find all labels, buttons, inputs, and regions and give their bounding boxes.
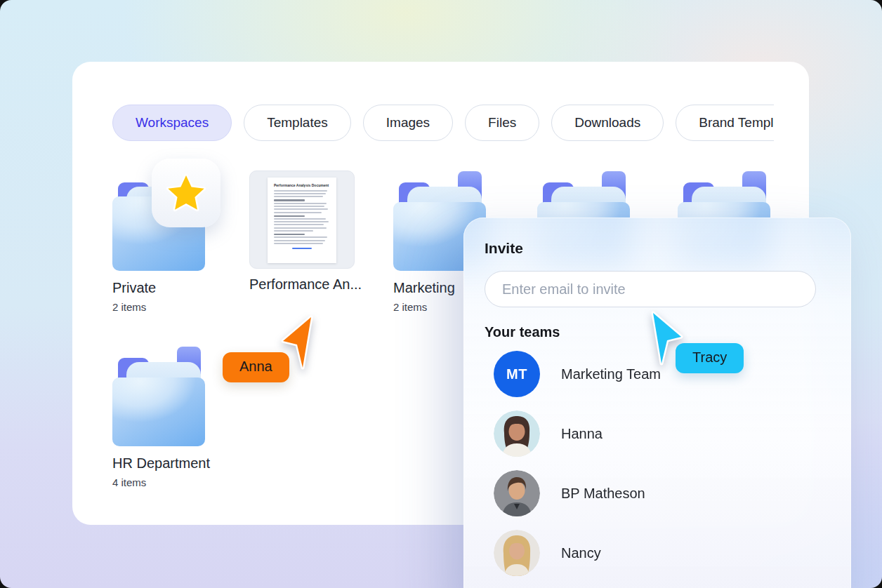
invite-email-input[interactable] xyxy=(485,271,816,307)
tab-templates[interactable]: Templates xyxy=(244,105,351,141)
team-row-bp-matheson[interactable]: BP Matheson xyxy=(494,470,837,516)
tab-brand-templates[interactable]: Brand Templates xyxy=(676,105,774,141)
avatar-photo xyxy=(494,410,540,457)
star-icon xyxy=(165,172,207,214)
tab-images[interactable]: Images xyxy=(363,105,453,141)
avatar-initials: MT xyxy=(506,366,527,382)
tab-downloads[interactable]: Downloads xyxy=(551,105,664,141)
avatar-photo xyxy=(494,470,540,516)
document-name: Performance An... xyxy=(249,276,355,293)
tracy-cursor-label: Tracy xyxy=(676,343,744,373)
tab-workspaces[interactable]: Workspaces xyxy=(112,105,232,141)
grid-item-private[interactable]: Private 2 items xyxy=(112,167,218,313)
document-preview-title: Performance Analysis Document xyxy=(274,183,330,187)
avatar-hanna xyxy=(494,410,540,457)
your-teams-heading: Your teams xyxy=(485,324,560,340)
category-tabs: Workspaces Templates Images Files Downlo… xyxy=(112,104,774,142)
team-row-hanna[interactable]: Hanna xyxy=(494,410,837,457)
document-page-preview: Performance Analysis Document xyxy=(268,178,336,263)
avatar-nancy xyxy=(494,530,540,576)
grid-item-performance-doc[interactable]: Performance Analysis Document Performanc… xyxy=(249,171,355,293)
grid-item-hr-department[interactable]: HR Department 4 items xyxy=(112,342,218,488)
folder-item-count: 2 items xyxy=(112,301,218,313)
team-member-list: MT Marketing Team Hanna xyxy=(494,351,837,588)
folder-icon xyxy=(112,342,211,448)
invite-panel: Invite Your teams MT Marketing Team xyxy=(463,218,851,588)
folder-item-count: 4 items xyxy=(112,476,218,488)
anna-cursor-label: Anna xyxy=(223,352,289,382)
folder-name: Private xyxy=(112,280,218,296)
member-name: Nancy xyxy=(561,545,601,561)
app-background: Workspaces Templates Images Files Downlo… xyxy=(0,0,882,588)
tab-files[interactable]: Files xyxy=(465,105,539,141)
document-thumbnail: Performance Analysis Document xyxy=(249,171,355,269)
avatar-bp-matheson xyxy=(494,470,540,516)
avatar-photo xyxy=(494,530,540,576)
team-row-nancy[interactable]: Nancy xyxy=(494,530,837,576)
favorite-star-badge xyxy=(152,159,220,227)
folder-name: HR Department xyxy=(112,455,218,472)
invite-panel-title: Invite xyxy=(485,240,523,257)
member-name: BP Matheson xyxy=(561,486,645,502)
team-name: Marketing Team xyxy=(561,366,661,382)
member-name: Hanna xyxy=(561,426,603,442)
avatar-marketing-team: MT xyxy=(494,351,540,397)
